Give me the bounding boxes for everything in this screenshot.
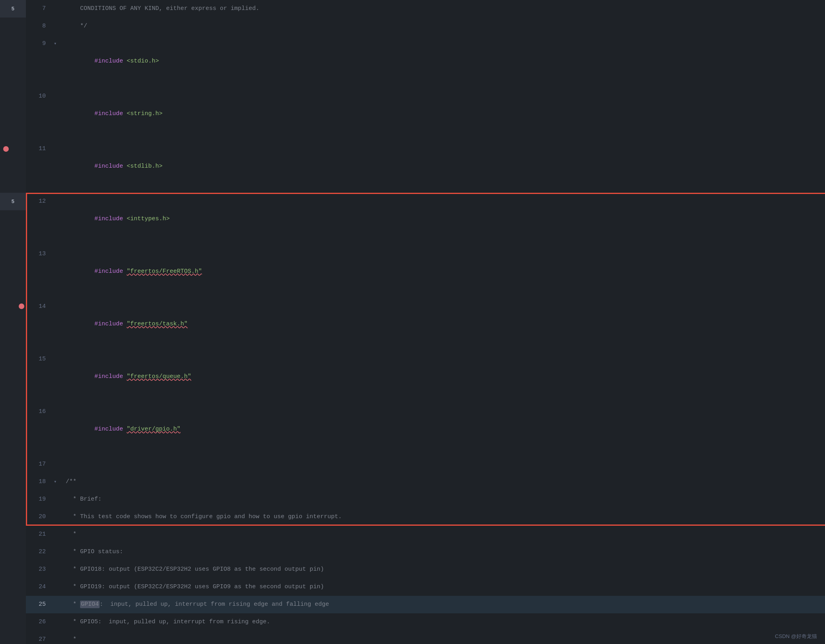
watermark: CSDN @好奇龙猫 (775, 633, 817, 640)
line-number-15: 15 (26, 350, 54, 368)
line-number-9: 9 (26, 35, 54, 53)
breakpoint-dot-14 (19, 303, 24, 309)
line-number-19: 19 (26, 491, 54, 508)
fold-arrow-9[interactable]: ▾ (54, 35, 62, 53)
line-content-9: #include <stdio.h> (62, 35, 825, 88)
line-number-26: 26 (26, 613, 54, 631)
sidebar-item-blank2 (0, 35, 26, 53)
line-number-14: 14 (26, 298, 54, 315)
line-26: 26 * GPIO5: input, pulled up, interrupt … (26, 613, 825, 631)
line-content-20: * This test code shows how to configure … (62, 508, 825, 526)
line-9: 9 ▾ #include <stdio.h> (26, 35, 825, 88)
sidebar-item-blank1 (0, 18, 26, 35)
line-content-25: * GPIO4: input, pulled up, interrupt fro… (62, 596, 825, 613)
sidebar-item-blank6 (0, 105, 26, 123)
line-content-14: #include "freertos/task.h" (62, 298, 825, 350)
line-number-8: 8 (26, 18, 54, 35)
sidebar-item-blank4 (0, 70, 26, 88)
line-number-27: 27 (26, 631, 54, 644)
line-content-21: * (62, 526, 825, 543)
sidebar-item-blank9 (0, 175, 26, 193)
sidebar-item-5-bottom: 5 (0, 193, 26, 210)
line-number-22: 22 (26, 543, 54, 561)
line-content-18: /** (62, 473, 825, 491)
line-number-21: 21 (26, 526, 54, 543)
line-21: 21 * (26, 526, 825, 543)
sidebar-item-5-top: 5 (0, 0, 26, 18)
line-27: 27 * (26, 631, 825, 644)
mini-sidebar: 5 5 (0, 0, 26, 644)
line-number-11: 11 (26, 140, 54, 158)
line-number-16: 16 (26, 403, 54, 421)
line-content-22: * GPIO status: (62, 543, 825, 561)
editor-container: 5 5 7 CONDITIONS OF ANY KIND, either exp… (0, 0, 825, 644)
line-number-25: 25 (26, 596, 54, 613)
line-13: 13 #include "freertos/FreeRTOS.h" (26, 245, 825, 298)
line-content-24: * GPIO19: output (ESP32C2/ESP32H2 uses G… (62, 578, 825, 596)
fold-arrow-18[interactable]: ▾ (54, 473, 62, 491)
sidebar-item-blank5 (0, 88, 26, 105)
line-25: 25 * GPIO4: input, pulled up, interrupt … (26, 596, 825, 613)
sidebar-item-blank7 (0, 123, 26, 140)
line-number-24: 24 (26, 578, 54, 596)
line-8: 8 */ (26, 18, 825, 35)
line-number-20: 20 (26, 508, 54, 526)
line-10: 10 #include <string.h> (26, 88, 825, 140)
line-number-23: 23 (26, 561, 54, 578)
line-number-12: 12 (26, 193, 54, 210)
line-content-26: * GPIO5: input, pulled up, interrupt fro… (62, 613, 825, 631)
sidebar-item-blank3 (0, 53, 26, 70)
code-area: 7 CONDITIONS OF ANY KIND, either express… (26, 0, 825, 644)
line-content-11: #include <stdlib.h> (62, 140, 825, 193)
line-content-27: * (62, 631, 825, 644)
line-content-10: #include <string.h> (62, 88, 825, 140)
line-content-12: #include <inttypes.h> (62, 193, 825, 245)
line-22: 22 * GPIO status: (26, 543, 825, 561)
line-16: 16 #include "driver/gpio.h" (26, 403, 825, 456)
line-number-10: 10 (26, 88, 54, 105)
sidebar-item-breakpoint-area (0, 140, 26, 158)
line-number-7: 7 (26, 0, 54, 18)
line-content-16: #include "driver/gpio.h" (62, 403, 825, 456)
line-content-13: #include "freertos/FreeRTOS.h" (62, 245, 825, 298)
line-11: 11 #include <stdlib.h> (26, 140, 825, 193)
line-content-8: */ (62, 18, 825, 35)
line-12: 12 #include <inttypes.h> (26, 193, 825, 245)
line-17: 17 (26, 456, 825, 473)
line-content-23: * GPIO18: output (ESP32C2/ESP32H2 uses G… (62, 561, 825, 578)
line-15: 15 #include "freertos/queue.h" (26, 350, 825, 403)
line-content-19: * Brief: (62, 491, 825, 508)
line-14: 14 #include "freertos/task.h" (26, 298, 825, 350)
line-18: 18 ▾ /** (26, 473, 825, 491)
line-content-7: CONDITIONS OF ANY KIND, either express o… (62, 0, 825, 18)
line-number-13: 13 (26, 245, 54, 263)
line-24: 24 * GPIO19: output (ESP32C2/ESP32H2 use… (26, 578, 825, 596)
line-19: 19 * Brief: (26, 491, 825, 508)
line-number-17: 17 (26, 456, 54, 473)
sidebar-item-blank8 (0, 158, 26, 175)
line-content-15: #include "freertos/queue.h" (62, 350, 825, 403)
line-7: 7 CONDITIONS OF ANY KIND, either express… (26, 0, 825, 18)
line-23: 23 * GPIO18: output (ESP32C2/ESP32H2 use… (26, 561, 825, 578)
line-number-18: 18 (26, 473, 54, 491)
line-20: 20 * This test code shows how to configu… (26, 508, 825, 526)
